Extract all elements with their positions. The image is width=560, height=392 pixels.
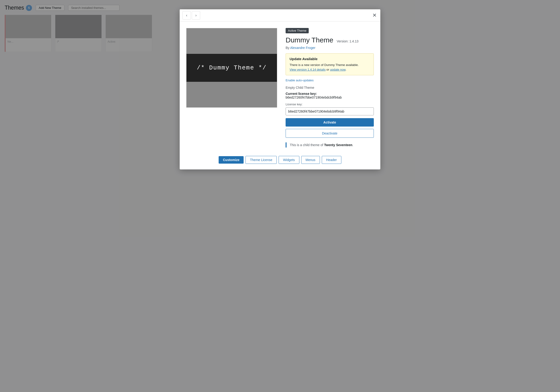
modal-navigation: ‹ › ✕	[180, 9, 380, 21]
update-now-link[interactable]: update now	[330, 68, 346, 71]
license-current-prefix: Current license key:	[286, 92, 317, 96]
preview-middle-section: /* Dummy Theme */	[186, 54, 277, 82]
preview-bottom-section	[186, 82, 277, 107]
license-section: Current license key: b6ed27260f47bbe0719…	[286, 92, 374, 138]
preview-text: /* Dummy Theme */	[197, 64, 267, 71]
next-icon: ›	[195, 13, 197, 18]
child-note-prefix: This is a child theme of	[290, 143, 324, 147]
theme-license-button[interactable]: Theme License	[245, 156, 277, 164]
theme-name: Dummy Theme	[286, 36, 333, 44]
prev-theme-button[interactable]: ‹	[182, 11, 191, 19]
license-current-value: b6ed27260f47bbe071904ebdcb9f94ab	[286, 96, 342, 99]
theme-detail-modal: ‹ › ✕ /* Dummy Theme */	[180, 9, 380, 169]
modal-body: /* Dummy Theme */ Active Theme Dummy The…	[180, 21, 380, 148]
customize-button[interactable]: Customize	[219, 156, 244, 164]
activate-button[interactable]: Activate	[286, 118, 374, 126]
update-desc-text: There is a new version of Dummy Theme av…	[290, 63, 359, 67]
modal-footer: Customize Theme License Widgets Menus He…	[180, 151, 380, 169]
theme-info-section: Active Theme Dummy Theme Version: 1.4.13…	[286, 28, 374, 148]
update-title: Update Available	[290, 57, 370, 61]
child-theme-label: Empty Child Theme	[286, 86, 374, 89]
update-description: There is a new version of Dummy Theme av…	[290, 63, 370, 72]
header-button[interactable]: Header	[322, 156, 341, 164]
deactivate-button[interactable]: Deactivate	[286, 129, 374, 138]
prev-icon: ‹	[186, 13, 187, 18]
update-period: .	[346, 68, 347, 71]
modal-overlay: ‹ › ✕ /* Dummy Theme */	[0, 0, 560, 392]
theme-preview-section: /* Dummy Theme */	[186, 28, 277, 148]
license-current-key: Current license key: b6ed27260f47bbe0719…	[286, 92, 374, 99]
child-theme-note: This is a child theme of Twenty Seventee…	[286, 142, 374, 148]
license-key-input[interactable]	[286, 107, 374, 115]
theme-version: Version: 1.4.13	[337, 39, 358, 43]
active-theme-badge: Active Theme	[286, 28, 309, 33]
next-theme-button[interactable]: ›	[192, 11, 200, 19]
theme-title-row: Dummy Theme Version: 1.4.13	[286, 36, 374, 44]
author-link[interactable]: Alexandre Froger	[290, 46, 315, 50]
enable-auto-updates-link[interactable]: Enable auto-updates	[286, 78, 374, 82]
view-version-link[interactable]: View version 1.4.14 details	[290, 68, 326, 71]
theme-preview-image: /* Dummy Theme */	[186, 28, 277, 108]
child-note-suffix: .	[352, 143, 353, 147]
theme-author-row: By Alexandre Froger	[286, 46, 374, 50]
license-key-label: License key:	[286, 103, 374, 106]
widgets-button[interactable]: Widgets	[279, 156, 299, 164]
preview-top-section	[186, 28, 277, 54]
update-available-box: Update Available There is a new version …	[286, 53, 374, 75]
update-separator: or	[326, 68, 330, 71]
close-modal-button[interactable]: ✕	[371, 12, 378, 19]
menus-button[interactable]: Menus	[301, 156, 320, 164]
child-note-theme: Twenty Seventeen	[324, 143, 352, 147]
author-prefix: By	[286, 46, 290, 50]
